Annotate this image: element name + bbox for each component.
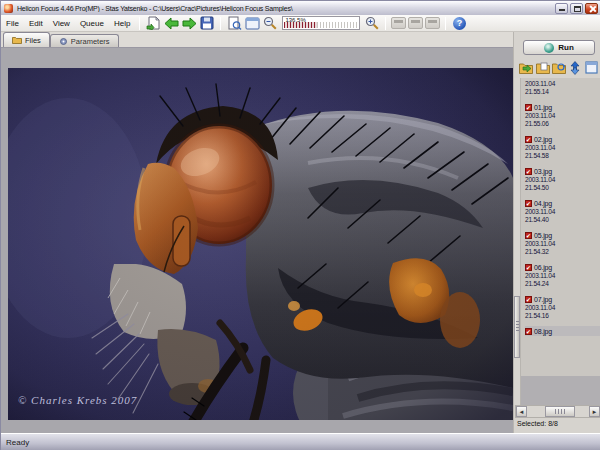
- zoom-in-button[interactable]: [363, 16, 381, 31]
- file-time: 21.54.16: [525, 312, 600, 320]
- save-file-set-button[interactable]: [535, 60, 549, 75]
- file-name: 08.jpg: [534, 328, 552, 335]
- help-icon: ?: [453, 17, 466, 30]
- help-button[interactable]: ?: [450, 16, 468, 31]
- file-name: 01.jpg: [534, 104, 552, 111]
- file-item[interactable]: ✔04.jpg 2003.11.04 21.54.40: [525, 198, 600, 224]
- file-checkbox-icon[interactable]: ✔: [525, 104, 532, 111]
- maximize-button[interactable]: [570, 3, 583, 14]
- tab-files-label: Files: [25, 36, 41, 45]
- tab-parameters-label: Parameters: [71, 37, 110, 46]
- close-button[interactable]: [585, 3, 598, 14]
- file-date: 2003.11.04: [525, 272, 600, 280]
- back-arrow-icon: [164, 17, 179, 30]
- file-checkbox-icon[interactable]: ✔: [525, 264, 532, 271]
- layout-triple-button[interactable]: [425, 17, 440, 29]
- sidebar: Run: [513, 32, 600, 433]
- file-item[interactable]: ✔03.jpg 2003.11.04 21.54.50: [525, 166, 600, 192]
- file-checkbox-icon[interactable]: ✔: [525, 328, 532, 335]
- menu-edit[interactable]: Edit: [24, 17, 48, 30]
- file-list-empty-area: [521, 376, 600, 405]
- tab-files[interactable]: Files: [3, 32, 50, 47]
- zoom-out-magnifier-icon: [263, 16, 277, 30]
- folder-document-icon: [536, 62, 550, 74]
- new-page-icon: [146, 16, 161, 30]
- file-checkbox-icon[interactable]: ✔: [525, 232, 532, 239]
- file-checkbox-icon[interactable]: ✔: [525, 296, 532, 303]
- zoom-out-button[interactable]: [261, 16, 279, 31]
- refresh-file-set-button[interactable]: [552, 60, 566, 75]
- select-all-button[interactable]: [585, 60, 599, 75]
- file-name: 03.jpg: [534, 168, 552, 175]
- window-title: Helicon Focus 4.46 Pro(MP) - Stas Yatsen…: [17, 5, 555, 12]
- file-time: 21.54.40: [525, 216, 600, 224]
- photo-canvas: © Charles Krebs 2007: [8, 68, 513, 420]
- minimize-button[interactable]: [555, 3, 568, 14]
- back-button[interactable]: [162, 16, 180, 31]
- image-viewport: © Charles Krebs 2007: [1, 48, 513, 433]
- file-name: 05.jpg: [534, 232, 552, 239]
- zoom-slider[interactable]: [284, 22, 358, 28]
- layout-split-button[interactable]: [408, 17, 423, 29]
- fit-screen-button[interactable]: [243, 16, 261, 31]
- file-toolbar: [519, 60, 599, 76]
- horizontal-scroll-thumb[interactable]: [545, 406, 575, 417]
- file-name: 02.jpg: [534, 136, 552, 143]
- file-checkbox-icon[interactable]: ✔: [525, 136, 532, 143]
- scroll-left-arrow-icon[interactable]: ◄: [516, 406, 527, 417]
- folder-refresh-icon: [552, 62, 566, 74]
- save-button[interactable]: [198, 16, 216, 31]
- file-item[interactable]: ✔05.jpg 2003.11.04 21.54.32: [525, 230, 600, 256]
- forward-arrow-icon: [182, 17, 197, 30]
- file-time: 21.54.32: [525, 248, 600, 256]
- status-ready-label: Ready: [1, 438, 29, 447]
- scroll-right-arrow-icon[interactable]: ►: [589, 406, 600, 417]
- run-button[interactable]: Run: [523, 40, 595, 55]
- file-item[interactable]: ✔07.jpg 2003.11.04 21.54.16: [525, 294, 600, 320]
- app-icon: [4, 4, 13, 13]
- file-item-selected[interactable]: ✔08.jpg: [525, 326, 600, 336]
- gear-icon: [59, 37, 68, 46]
- toolbar-separator: [445, 17, 446, 30]
- file-list-horizontal-scrollbar[interactable]: ◄ ►: [515, 405, 600, 418]
- file-time: 21.55.06: [525, 120, 600, 128]
- status-bar: Ready: [1, 433, 600, 450]
- layout-single-button[interactable]: [391, 17, 406, 29]
- file-checkbox-icon[interactable]: ✔: [525, 200, 532, 207]
- file-list-items: 2003.11.04 21.55.14 ✔01.jpg 2003.11.04 2…: [521, 78, 600, 405]
- menu-help[interactable]: Help: [109, 17, 135, 30]
- fit-screen-icon: [245, 17, 260, 30]
- vertical-scroll-thumb[interactable]: [514, 296, 520, 358]
- fly-macro-photo: [8, 68, 513, 420]
- zoom-level-control[interactable]: 136.5%: [282, 16, 360, 30]
- file-list-vertical-scrollbar[interactable]: [514, 78, 521, 405]
- file-item[interactable]: ✔01.jpg 2003.11.04 21.55.06: [525, 102, 600, 128]
- title-bar: Helicon Focus 4.46 Pro(MP) - Stas Yatsen…: [1, 1, 600, 15]
- new-project-button[interactable]: [144, 16, 162, 31]
- menu-queue[interactable]: Queue: [75, 17, 109, 30]
- run-gear-icon: [544, 43, 554, 53]
- sort-order-button[interactable]: [568, 60, 582, 75]
- file-name: 04.jpg: [534, 200, 552, 207]
- file-time: 21.54.58: [525, 152, 600, 160]
- app-window: Helicon Focus 4.46 Pro(MP) - Stas Yatsen…: [0, 0, 600, 450]
- selected-count-label: Selected: 8/8: [517, 420, 558, 427]
- page-preview-icon: [227, 16, 242, 30]
- tab-parameters[interactable]: Parameters: [50, 34, 119, 47]
- selection-frame-icon: [585, 61, 598, 74]
- horizontal-scroll-track[interactable]: [527, 406, 589, 417]
- file-time: 21.54.50: [525, 184, 600, 192]
- menu-file[interactable]: File: [1, 17, 24, 30]
- preview-button[interactable]: [225, 16, 243, 31]
- forward-button[interactable]: [180, 16, 198, 31]
- sort-arrows-icon: [569, 61, 581, 75]
- add-files-button[interactable]: [519, 60, 533, 75]
- file-item[interactable]: ✔02.jpg 2003.11.04 21.54.58: [525, 134, 600, 160]
- file-checkbox-icon[interactable]: ✔: [525, 168, 532, 175]
- file-item[interactable]: ✔06.jpg 2003.11.04 21.54.24: [525, 262, 600, 288]
- menu-view[interactable]: View: [48, 17, 75, 30]
- file-name: 06.jpg: [534, 264, 552, 271]
- file-date: 2003.11.04: [525, 208, 600, 216]
- lead-file-time: 21.55.14: [525, 88, 600, 96]
- folder-icon: [12, 36, 22, 44]
